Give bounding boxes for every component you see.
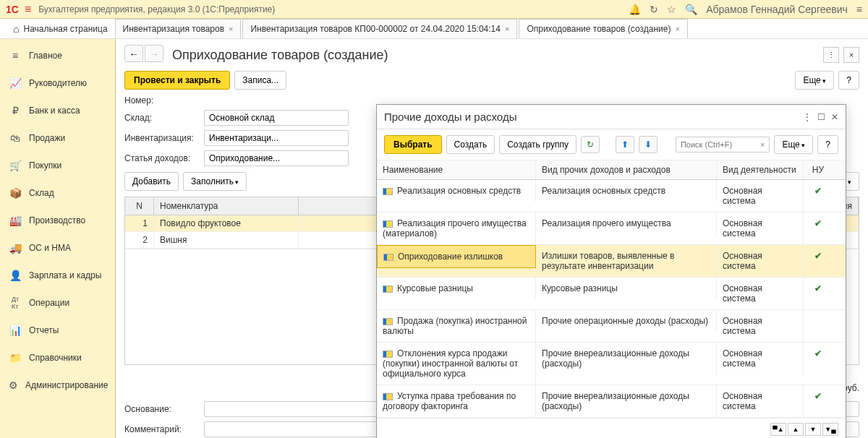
close-icon[interactable]: × [675, 25, 679, 33]
process-close-button[interactable]: Провести и закрыть [124, 71, 230, 90]
sidebar-item-label: Операции [29, 298, 69, 308]
sidebar-item-label: Главное [29, 51, 62, 61]
income-item-input[interactable] [204, 150, 349, 166]
close-icon[interactable]: × [505, 25, 509, 33]
sidebar-item-operations[interactable]: ДтКтОперации [0, 289, 115, 317]
bell-icon[interactable]: 🔔 [629, 4, 641, 15]
modal-row[interactable]: Оприходование излишковИзлишки товаров, в… [377, 245, 846, 278]
write-button[interactable]: Записа... [234, 71, 286, 90]
create-button[interactable]: Создать [446, 135, 495, 154]
pager-first[interactable]: ▀▲ [770, 423, 786, 436]
person-icon: 👤 [9, 269, 22, 282]
search-box[interactable]: × [676, 137, 770, 153]
sidebar-item-main[interactable]: ≡Главное [0, 42, 115, 69]
m-cell-activity: Основная система [717, 180, 804, 212]
search-clear-icon[interactable]: × [756, 140, 769, 149]
sidebar-item-purchases[interactable]: 🛒Покупки [0, 152, 115, 179]
sidebar-item-reports[interactable]: 📊Отчеты [0, 317, 115, 344]
tab-posting-create[interactable]: Оприходование товаров (создание) × [519, 19, 687, 38]
debit-icon: ДтКт [9, 296, 22, 309]
mcol-name[interactable]: Наименование [377, 160, 536, 179]
select-button[interactable]: Выбрать [384, 135, 442, 154]
modal-maximize-icon[interactable]: ☐ [817, 112, 825, 122]
search-input[interactable] [676, 137, 756, 152]
modal-row[interactable]: Реализация прочего имущества (материалов… [377, 212, 846, 245]
page-menu-icon[interactable]: ⋮ [823, 47, 839, 63]
home-tab[interactable]: ⌂ Начальная страница [6, 19, 115, 38]
star-icon[interactable]: ☆ [667, 4, 676, 15]
tab-inventory-list[interactable]: Инвентаризация товаров × [115, 19, 242, 38]
home-tab-label: Начальная страница [23, 24, 107, 34]
modal-row[interactable]: Продажа (покупка) иностранной валютыПроч… [377, 310, 846, 343]
sidebar-item-warehouse[interactable]: 📦Склад [0, 179, 115, 207]
mcol-activity[interactable]: Вид деятельности [717, 160, 804, 179]
mcol-nu[interactable]: НУ [804, 160, 833, 179]
modal-menu-icon[interactable]: ⋮ [803, 112, 812, 122]
create-group-button[interactable]: Создать группу [499, 135, 576, 154]
folder-icon: 📁 [9, 351, 22, 364]
row-n: 1 [125, 215, 154, 231]
sidebar-item-sales[interactable]: 🛍Продажи [0, 124, 115, 152]
sidebar-item-salary[interactable]: 👤Зарплата и кадры [0, 262, 115, 289]
main-menu-icon[interactable]: ≡ [25, 3, 31, 16]
tab-inventory-doc[interactable]: Инвентаризация товаров КП00-000002 от 24… [242, 19, 517, 38]
sidebar-item-bank[interactable]: ₽Банк и касса [0, 97, 115, 124]
m-cell-name: Курсовые разницы [377, 278, 536, 299]
modal-pager: ▀▲ ▲ ▼ ▼▄ [377, 418, 846, 438]
col-header-nomenclature[interactable]: Номенклатура [154, 197, 299, 215]
sidebar-item-label: Банк и касса [29, 106, 80, 116]
modal-row[interactable]: Реализация основных средствРеализация ос… [377, 180, 846, 212]
row-nom: Повидло фруктовое [154, 215, 299, 231]
pager-down[interactable]: ▼ [805, 423, 821, 436]
ruble-icon: ₽ [9, 104, 22, 117]
sidebar-item-catalogs[interactable]: 📁Справочники [0, 344, 115, 372]
warehouse-input[interactable] [204, 110, 349, 126]
fill-button[interactable]: Заполнить [183, 172, 247, 191]
pager-last[interactable]: ▼▄ [822, 423, 838, 436]
check-icon: ✔ [814, 391, 822, 401]
logo-1c: 1С [6, 4, 19, 15]
cart-icon: 🛒 [9, 159, 22, 172]
sidebar-item-label: Склад [29, 188, 54, 198]
sidebar-item-manager[interactable]: 📈Руководителю [0, 69, 115, 97]
modal-help-button[interactable]: ? [817, 135, 838, 154]
sidebar-item-production[interactable]: 🏭Производство [0, 207, 115, 234]
forward-button[interactable]: → [145, 45, 163, 62]
modal-row[interactable]: Курсовые разницыКурсовые разницыОсновная… [377, 278, 846, 310]
modal-more-button[interactable]: Еще [774, 135, 813, 154]
menu-equals-icon[interactable]: ≡ [856, 4, 862, 15]
m-cell-type: Излишки товаров, выявленные в результате… [536, 245, 717, 277]
tab-label: Инвентаризация товаров КП00-000002 от 24… [250, 24, 500, 34]
back-button[interactable]: ← [124, 45, 143, 62]
truck-icon: 🚚 [9, 241, 22, 254]
sidebar-item-admin[interactable]: ⚙Администрирование [0, 372, 115, 399]
refresh-button[interactable]: ↻ [581, 136, 600, 153]
m-cell-name: Реализация прочего имущества (материалов… [377, 212, 536, 244]
search-icon[interactable]: 🔍 [685, 4, 697, 15]
col-header-n[interactable]: N [125, 197, 154, 215]
help-button[interactable]: ? [838, 71, 859, 90]
history-icon[interactable]: ↻ [650, 4, 658, 15]
modal-row[interactable]: Уступка права требования по договору фак… [377, 385, 846, 418]
close-icon[interactable]: × [229, 25, 233, 33]
item-icon [383, 351, 393, 358]
chart-icon: 📈 [9, 77, 22, 90]
add-button[interactable]: Добавить [124, 172, 179, 191]
more-button[interactable]: Еще [795, 71, 834, 90]
inventory-input[interactable] [204, 130, 349, 146]
move-up-button[interactable]: ⬆ [616, 136, 634, 153]
modal-row[interactable]: Отклонения курса продажи (покупки) иност… [377, 343, 846, 385]
sidebar-item-label: Руководителю [29, 78, 87, 88]
modal-close-icon[interactable]: ✕ [831, 112, 838, 122]
sidebar-item-assets[interactable]: 🚚ОС и НМА [0, 234, 115, 262]
m-cell-type: Прочие внереализационные доходы (расходы… [536, 343, 717, 374]
mcol-type[interactable]: Вид прочих доходов и расходов [536, 160, 717, 179]
sidebar-item-label: Справочники [29, 353, 82, 363]
m-cell-type: Курсовые разницы [536, 278, 717, 299]
move-down-button[interactable]: ⬇ [639, 136, 658, 153]
m-cell-nu [804, 310, 833, 322]
user-name[interactable]: Абрамов Геннадий Сергеевич [706, 4, 848, 15]
page-close-icon[interactable]: × [843, 47, 859, 63]
pager-up[interactable]: ▲ [788, 423, 804, 436]
income-item-label: Статья доходов: [124, 153, 204, 163]
